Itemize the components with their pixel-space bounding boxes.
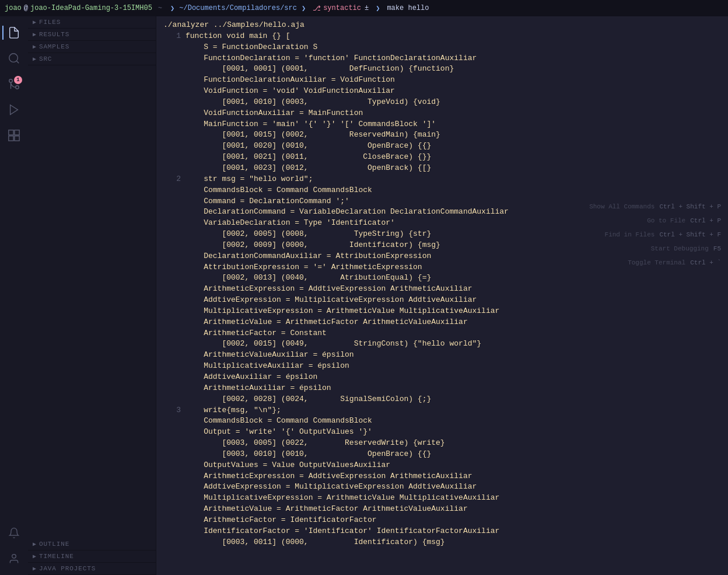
code-line-arithval2: ArithmeticValue = ArithmeticFactor Arith…: [163, 504, 721, 515]
branch-icon: ⎇: [313, 4, 321, 13]
src-section: ▶ src: [28, 53, 156, 65]
code-line-arithexpr2: ArithmeticExpression = AddtiveExpression…: [163, 471, 721, 482]
side-panel: ▶ Files ▶ Results ▶ Samples ▶ src ▶: [28, 16, 156, 575]
outline-section-header[interactable]: ▶ Outline: [28, 538, 156, 550]
user-activity-icon[interactable]: [2, 547, 26, 570]
timeline-label: Timeline: [39, 553, 74, 560]
code-line-0001-0010: [0001, 0010] (0003, TypeVoid) {void}: [163, 97, 721, 108]
terminal-path-line: ./analyzer ../Samples/hello.aja: [163, 20, 721, 31]
svg-rect-5: [9, 130, 13, 135]
code-line-3: 3 write{msg, "\n"};: [163, 405, 721, 416]
src-section-header[interactable]: ▶ src: [28, 53, 156, 65]
code-line-arithfactor: ArithmeticFactor = Constant: [163, 328, 721, 339]
show-all-label: Show All Commands: [589, 203, 654, 210]
notification-activity-icon[interactable]: [2, 521, 26, 545]
outline-label: Outline: [39, 541, 69, 548]
src-chevron-icon: ▶: [33, 55, 37, 62]
title-bar: joao @ joao-IdeaPad-Gaming-3-15IMH05 ~ ❯…: [0, 0, 728, 16]
svg-line-1: [16, 61, 19, 63]
goto-file-label: Go to File: [647, 217, 685, 224]
at-sign: @: [24, 4, 28, 12]
results-section-header[interactable]: ▶ Results: [28, 29, 156, 40]
files-chevron-icon: ▶: [33, 19, 37, 26]
src-label: src: [39, 55, 52, 62]
path: ~/Documents/Compiladores/src: [179, 4, 297, 12]
samples-label: Samples: [39, 43, 69, 50]
code-line-mainfunc: MainFunction = 'main' '{' '}' '[' Comman…: [163, 119, 721, 130]
svg-marker-4: [10, 105, 18, 115]
code-line-arithfactor2: ArithmeticFactor = IdentificatorFactor: [163, 515, 721, 526]
code-line-voidfunc: VoidFunction = 'void' VoidFunctionAuxili…: [163, 86, 721, 97]
code-line-0002-0015: [0002, 0015] (0049, StringConst) {"hello…: [163, 339, 721, 350]
code-line-identfactor: IdentificatorFactor = 'Identificator' Id…: [163, 526, 721, 537]
terminal-label: Toggle Terminal: [628, 259, 685, 266]
results-label: Results: [39, 31, 69, 38]
code-line-arithvalaux: ArithmeticValueAuxiliar = épsilon: [163, 350, 721, 361]
timeline-chevron-icon: ▶: [33, 553, 37, 560]
debug-key: F5: [713, 245, 721, 252]
code-line-0002-0013: [0002, 0013] (0040, AtributionEqual) {=}: [163, 273, 721, 284]
java-section: ▶ Java Projects: [28, 563, 156, 575]
timeline-section-header[interactable]: ▶ Timeline: [28, 550, 156, 562]
terminal-path: ./analyzer ../Samples/hello.aja: [163, 20, 304, 31]
cmd-hint-goto-file: Go to File Ctrl + P: [589, 217, 721, 224]
svg-point-3: [9, 79, 13, 83]
code-line-0003-0005: [0003, 0005] (0022, ReservedWrite) {writ…: [163, 438, 721, 449]
java-chevron-icon: ▶: [33, 565, 37, 572]
files-section-header[interactable]: ▶ Files: [28, 16, 156, 28]
debug-activity-icon[interactable]: [2, 98, 26, 121]
git-activity-icon[interactable]: [2, 72, 26, 96]
code-line-mulexpr2: MultiplicativeExpression = ArithmeticVal…: [163, 493, 721, 504]
code-line-0001-0021: [0001, 0021] (0011, CloseBrace) {}}: [163, 152, 721, 163]
samples-chevron-icon: ▶: [33, 43, 37, 50]
content-area: ./analyzer ../Samples/hello.aja 1 functi…: [156, 16, 728, 575]
code-line-arithexpr: ArithmeticExpression = AddtiveExpression…: [163, 284, 721, 295]
code-line-cmdsblock2: CommandsBlock = Command CommandsBlock: [163, 416, 721, 427]
search-activity-icon[interactable]: [2, 47, 26, 70]
cmd-hints-panel: Show All Commands Ctrl + Shift + P Go to…: [589, 203, 721, 266]
code-line-addexpr: AddtiveExpression = MultiplicativeExpres…: [163, 295, 721, 306]
java-section-header[interactable]: ▶ Java Projects: [28, 563, 156, 574]
code-line-0001-0020: [0001, 0020] (0010, OpenBrace) {{}: [163, 141, 721, 152]
plus-sign: ±: [365, 4, 369, 12]
line-number-2: 2: [163, 174, 181, 185]
code-line-1: 1 function void main {} [: [163, 31, 721, 42]
cmd-hint-show-all: Show All Commands Ctrl + Shift + P: [589, 203, 721, 210]
hostname: joao-IdeaPad-Gaming-3-15IMH05: [30, 4, 152, 12]
code-line-0002-0028: [0002, 0028] (0024, SignalSemiColon) {;}: [163, 394, 721, 405]
path-arrow2-icon: ❯: [302, 4, 306, 13]
files-section: ▶ Files: [28, 16, 156, 29]
java-label: Java Projects: [39, 565, 96, 572]
svg-point-2: [16, 86, 19, 89]
code-line-addaux: AddtiveAuxiliar = épsilon: [163, 372, 721, 383]
results-chevron-icon: ▶: [33, 31, 37, 38]
show-all-key: Ctrl + Shift + P: [659, 203, 721, 210]
code-line-voidfuncaux: VoidFunctionAuxiliar = MainFunction: [163, 108, 721, 119]
terminal-output[interactable]: ./analyzer ../Samples/hello.aja 1 functi…: [156, 16, 728, 575]
files-label: Files: [39, 19, 61, 26]
goto-file-key: Ctrl + P: [690, 217, 721, 224]
code-line-2: 2 str msg = "hello world";: [163, 174, 721, 185]
outline-section: ▶ Outline: [28, 538, 156, 550]
svg-point-9: [12, 555, 16, 559]
code-line-mulaux: MultiplicativeAuxiliar = épsilon: [163, 361, 721, 372]
samples-section-header[interactable]: ▶ Samples: [28, 41, 156, 53]
files-activity-icon[interactable]: [2, 21, 26, 44]
find-files-label: Find in Files: [605, 231, 655, 238]
code-line-cmdsblock: CommandsBlock = Command CommandsBlock: [163, 185, 721, 196]
svg-rect-8: [15, 136, 19, 141]
make-command: make hello: [387, 4, 429, 12]
cmd-hint-terminal: Toggle Terminal Ctrl + `: [589, 259, 721, 266]
terminal-key: Ctrl + `: [690, 259, 721, 266]
svg-rect-7: [9, 136, 13, 141]
code-line-funcdecl: FunctionDeclaration = 'function' Functio…: [163, 53, 721, 64]
code-line-0001-0023: [0001, 0023] (0012, OpenBrack) {[}: [163, 163, 721, 174]
results-section: ▶ Results: [28, 29, 156, 41]
code-line-0003-0010: [0003, 0010] (0010, OpenBrace) {{}: [163, 449, 721, 460]
extensions-activity-icon[interactable]: [2, 124, 26, 147]
code-line-0001-0015: [0001, 0015] (0002, ReservedMain) {main}: [163, 130, 721, 141]
outline-chevron-icon: ▶: [33, 541, 37, 548]
find-files-key: Ctrl + Shift + F: [659, 231, 721, 238]
svg-point-0: [9, 54, 18, 62]
code-line-arithval: ArithmeticValue = ArithmeticFactor Arith…: [163, 317, 721, 328]
